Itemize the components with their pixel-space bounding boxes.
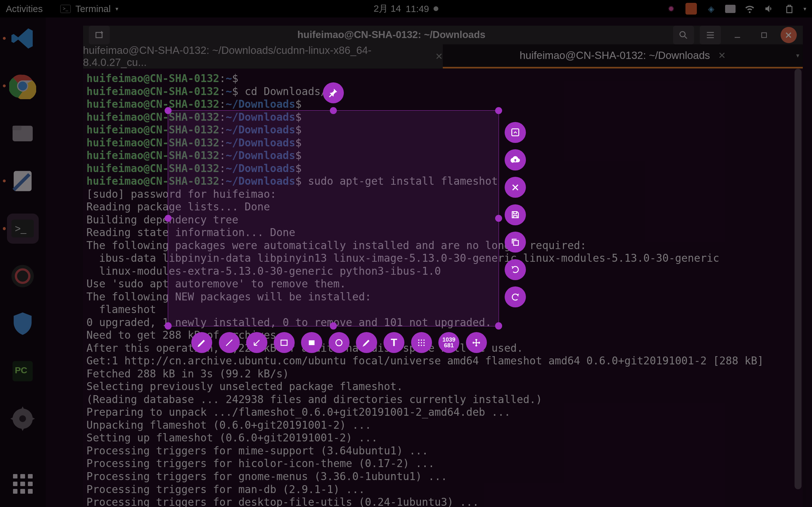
dock-item-chrome[interactable] bbox=[7, 71, 38, 101]
flameshot-selection[interactable] bbox=[168, 110, 499, 326]
flameshot-line-button[interactable] bbox=[219, 332, 240, 353]
svg-point-14 bbox=[680, 32, 686, 37]
flameshot-close-button[interactable] bbox=[505, 177, 525, 198]
svg-point-7 bbox=[12, 265, 34, 287]
flameshot-rect-fill-button[interactable] bbox=[301, 332, 322, 353]
tab-close-icon[interactable]: ✕ bbox=[435, 51, 443, 62]
maximize-button[interactable] bbox=[754, 26, 774, 44]
tab-0[interactable]: huifeimao@CN-SHA-0132: ~/Downloads/cudnn… bbox=[83, 44, 443, 68]
flameshot-tray-icon[interactable]: ✹ bbox=[665, 3, 677, 14]
volume-icon[interactable] bbox=[763, 3, 775, 14]
panel-tray-icon[interactable] bbox=[725, 5, 735, 13]
selection-handle[interactable] bbox=[495, 215, 502, 222]
svg-point-24 bbox=[418, 342, 419, 343]
notification-dot-icon bbox=[434, 6, 438, 11]
tab-1[interactable]: huifeimao@CN-SHA-0132: ~/Downloads ✕ ▾ bbox=[443, 44, 803, 68]
menu-button[interactable] bbox=[700, 26, 721, 44]
gnome-top-bar: Activities >_ Terminal ▾ 2月 14 11:49 ✹ ◈… bbox=[0, 0, 812, 17]
chevron-down-icon: ▾ bbox=[115, 5, 118, 12]
flameshot-redo-button[interactable] bbox=[505, 259, 525, 280]
flameshot-copy-button[interactable] bbox=[505, 232, 525, 252]
flameshot-rect-button[interactable] bbox=[274, 332, 295, 353]
svg-rect-13 bbox=[96, 32, 102, 38]
svg-point-21 bbox=[418, 339, 419, 340]
dock-item-shield[interactable] bbox=[7, 308, 38, 339]
svg-point-27 bbox=[418, 345, 419, 346]
svg-text:PC: PC bbox=[15, 365, 27, 376]
battery-icon[interactable] bbox=[783, 3, 795, 14]
flameshot-size-indicator: 1039681 bbox=[438, 332, 459, 353]
flameshot-side-tools bbox=[505, 122, 525, 308]
svg-point-20 bbox=[336, 339, 342, 345]
flameshot-pin-button[interactable] bbox=[323, 82, 344, 103]
dock: >_ PC bbox=[0, 17, 46, 507]
svg-point-23 bbox=[424, 339, 425, 340]
dock-item-show-apps[interactable] bbox=[7, 469, 38, 499]
titlebar: huifeimao@CN-SHA-0132: ~/Downloads bbox=[83, 26, 803, 44]
dock-item-pycharm[interactable]: PC bbox=[7, 356, 38, 386]
close-button[interactable] bbox=[780, 27, 797, 43]
svg-rect-18 bbox=[281, 340, 287, 345]
flameshot-bottom-tools: T 1039681 bbox=[191, 332, 487, 353]
svg-rect-17 bbox=[513, 240, 518, 245]
minimize-button[interactable] bbox=[727, 26, 748, 44]
dock-item-terminal[interactable]: >_ bbox=[7, 214, 38, 244]
svg-point-22 bbox=[421, 339, 422, 340]
dock-item-settings[interactable] bbox=[7, 404, 38, 434]
flameshot-move-button[interactable] bbox=[466, 332, 487, 353]
dock-item-obs[interactable] bbox=[7, 261, 38, 291]
tab-close-icon[interactable]: ✕ bbox=[718, 50, 726, 61]
new-tab-button[interactable] bbox=[89, 26, 110, 44]
flameshot-open-app-button[interactable] bbox=[505, 122, 525, 143]
dock-item-vscode[interactable] bbox=[7, 23, 38, 54]
window-title: huifeimao@CN-SHA-0132: ~/Downloads bbox=[116, 29, 667, 41]
scroll-thumb[interactable] bbox=[795, 69, 802, 489]
selection-handle[interactable] bbox=[165, 107, 171, 114]
flameshot-blur-button[interactable] bbox=[411, 332, 432, 353]
svg-point-1 bbox=[18, 81, 27, 90]
flameshot-circle-button[interactable] bbox=[328, 332, 350, 353]
flameshot-upload-button[interactable] bbox=[505, 149, 525, 170]
svg-text:>_: >_ bbox=[15, 223, 27, 234]
activities-button[interactable]: Activities bbox=[6, 3, 43, 14]
tab-strip: huifeimao@CN-SHA-0132: ~/Downloads/cudnn… bbox=[83, 44, 803, 69]
svg-rect-19 bbox=[309, 340, 314, 345]
selection-handle[interactable] bbox=[495, 107, 502, 114]
selection-handle[interactable] bbox=[165, 322, 171, 329]
selection-handle[interactable] bbox=[330, 107, 337, 114]
svg-point-26 bbox=[424, 342, 425, 343]
flameshot-pencil-button[interactable] bbox=[191, 332, 212, 353]
svg-point-29 bbox=[424, 345, 425, 346]
svg-point-12 bbox=[19, 415, 26, 422]
flameshot-save-button[interactable] bbox=[505, 205, 525, 225]
terminal-mini-icon: >_ bbox=[60, 5, 71, 13]
selection-handle[interactable] bbox=[165, 215, 171, 222]
svg-rect-15 bbox=[762, 33, 766, 38]
app-tray-icon[interactable] bbox=[686, 3, 697, 14]
svg-point-25 bbox=[421, 342, 422, 343]
selection-handle[interactable] bbox=[330, 322, 337, 329]
scrollbar[interactable] bbox=[795, 69, 802, 507]
selection-handle[interactable] bbox=[495, 322, 502, 329]
dock-item-text-editor[interactable] bbox=[7, 166, 38, 196]
shield-tray-icon[interactable]: ◈ bbox=[705, 3, 717, 14]
flameshot-undo-button[interactable] bbox=[505, 286, 525, 307]
flameshot-text-button[interactable]: T bbox=[384, 332, 404, 353]
search-button[interactable] bbox=[673, 26, 694, 44]
clock-area[interactable]: 2月 14 11:49 bbox=[374, 3, 438, 15]
wifi-icon[interactable] bbox=[744, 3, 756, 14]
app-menu[interactable]: >_ Terminal ▾ bbox=[60, 3, 118, 14]
chevron-down-icon[interactable]: ▾ bbox=[796, 52, 799, 59]
system-menu-chevron-icon[interactable]: ▾ bbox=[803, 5, 806, 12]
dock-item-files[interactable] bbox=[7, 118, 38, 149]
flameshot-arrow-button[interactable] bbox=[246, 332, 267, 353]
svg-rect-3 bbox=[13, 125, 21, 130]
grid-icon bbox=[13, 474, 33, 494]
flameshot-marker-button[interactable] bbox=[356, 332, 377, 353]
svg-point-28 bbox=[421, 345, 422, 346]
